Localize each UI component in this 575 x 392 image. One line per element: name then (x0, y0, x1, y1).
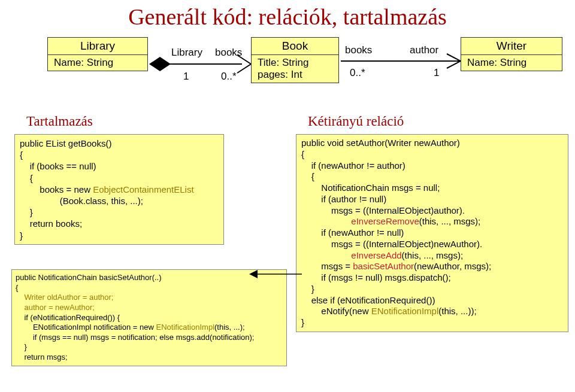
uml-class-library: Library Name: String (47, 37, 148, 71)
code-line: author = newAuthor; (16, 303, 95, 312)
code-line: Writer oldAuthor = author; (16, 293, 113, 302)
uml-class-attrs: Name: String (48, 55, 147, 71)
code-line: } (20, 230, 23, 241)
page-title: Generált kód: relációk, tartalmazás (8, 4, 567, 30)
code-keyword: EobjectContainmentEList (93, 184, 193, 195)
assoc-card: 0..* (350, 67, 365, 79)
section-title-bidirectional: Kétirányú reláció (308, 114, 404, 129)
section-title-containment: Tartalmazás (26, 114, 93, 129)
uml-class-book: Book Title: String pages: Int (251, 37, 339, 83)
code-line: return books; (20, 218, 82, 229)
assoc-role: books (345, 44, 372, 56)
code-line: (this, ...)); (438, 306, 476, 316)
assoc-card: 1 (183, 71, 189, 83)
code-line: if (books == null) (20, 161, 96, 171)
code-keyword: eInverseRemove (351, 216, 419, 226)
svg-marker-1 (149, 57, 171, 71)
code-block-setauthor: public void setAuthor(Writer newAuthor) … (296, 134, 568, 332)
code-keyword: ENotificationImpl (156, 323, 214, 332)
svg-marker-4 (249, 270, 258, 278)
code-line: { (301, 149, 304, 159)
code-line: (this, ..., msgs); (402, 250, 464, 260)
assoc-role: books (215, 47, 242, 59)
code-line: public EList getBooks() (20, 138, 111, 148)
assoc-card: 1 (434, 67, 439, 79)
code-line: if (eNotificationRequired()) { (16, 313, 120, 322)
code-line: eNotify(new (301, 306, 371, 316)
code-block-getbooks: public EList getBooks() { if (books == n… (14, 134, 224, 245)
uml-diagram: Library Name: String Book Title: String … (14, 37, 561, 103)
code-line: if (msgs == null) msgs = notification; e… (16, 333, 254, 342)
code-line: { (20, 173, 33, 183)
code-line: msgs = ((InternalEObject)author). (301, 205, 465, 215)
code-keyword: ENotificationImpl (371, 306, 439, 316)
code-line: } (301, 317, 304, 327)
assoc-role: Library (171, 47, 202, 59)
code-line: if (msgs != null) msgs.dispatch(); (301, 272, 451, 282)
code-line: books = new (20, 184, 93, 195)
code-line: msgs = (301, 261, 353, 271)
code-line: } (16, 342, 27, 351)
relation-arrow (248, 263, 308, 287)
code-line: { (20, 150, 23, 160)
code-line: if (author != null) (301, 194, 386, 204)
uml-class-name: Library (48, 38, 147, 55)
code-line (301, 250, 351, 260)
assoc-card: 0..* (221, 71, 237, 83)
code-line: if (newAuthor != null) (301, 227, 404, 238)
code-keyword: basicSetAuthor (353, 261, 414, 271)
code-keyword: eInverseAdd (351, 250, 401, 260)
uml-class-name: Writer (461, 38, 562, 55)
code-line: msgs = ((InternalEObject)newAuthor). (301, 239, 482, 249)
code-line: (Book.class, this, ...); (20, 196, 143, 206)
code-line: (this, ..., msgs); (419, 216, 481, 226)
code-line: if (newAuthor != author) (301, 160, 405, 171)
code-line: { (301, 171, 314, 181)
code-line: (this, ...); (214, 323, 245, 332)
code-line: NotificationChain msgs = null; (301, 183, 440, 193)
code-line: public void setAuthor(Writer newAuthor) (301, 138, 460, 148)
code-line (301, 216, 351, 226)
uml-class-attrs: Name: String (461, 55, 562, 71)
assoc-role: author (410, 44, 438, 56)
code-line: } (20, 207, 33, 217)
uml-class-name: Book (252, 38, 338, 55)
code-line: public NotificationChain basicSetAuthor(… (16, 273, 162, 282)
code-line: (newAuthor, msgs); (414, 261, 491, 271)
uml-class-writer: Writer Name: String (461, 37, 562, 71)
code-block-basicsetauthor: public NotificationChain basicSetAuthor(… (11, 269, 287, 366)
code-line: { (16, 283, 18, 292)
code-line: else if (eNotificationRequired()) (301, 295, 435, 305)
code-line: return msgs; (16, 353, 68, 361)
uml-class-attrs: Title: String pages: Int (252, 55, 338, 83)
code-line: ENotificationImpl notification = new (16, 323, 156, 332)
code-panels: Tartalmazás public EList getBooks() { if… (8, 114, 567, 392)
